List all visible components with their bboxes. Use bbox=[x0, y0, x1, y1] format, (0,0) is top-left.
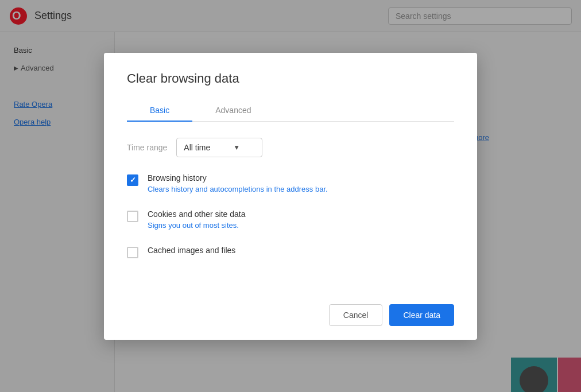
browsing-history-text: Browsing history Clears history and auto… bbox=[148, 173, 328, 193]
settings-background: O Settings Search settings Basic ▶ Advan… bbox=[0, 0, 581, 392]
clear-data-button[interactable]: Clear data bbox=[389, 304, 454, 326]
checkmark-icon: ✓ bbox=[130, 176, 136, 184]
cached-text: Cached images and files bbox=[148, 246, 235, 257]
time-range-select[interactable]: All time ▼ bbox=[176, 138, 262, 157]
browsing-history-title: Browsing history bbox=[148, 173, 328, 183]
checkbox-item-browsing-history: ✓ Browsing history Clears history and au… bbox=[127, 173, 454, 193]
time-range-row: Time range All time ▼ bbox=[127, 138, 454, 157]
tab-advanced[interactable]: Advanced bbox=[192, 100, 274, 122]
browsing-history-desc: Clears history and autocompletions in th… bbox=[148, 185, 328, 193]
dialog-title: Clear browsing data bbox=[127, 71, 454, 86]
modal-overlay: Clear browsing data Basic Advanced Time … bbox=[0, 0, 581, 392]
checkbox-item-cached: Cached images and files bbox=[127, 246, 454, 258]
tab-basic[interactable]: Basic bbox=[127, 100, 192, 122]
checkbox-cached[interactable] bbox=[127, 247, 138, 258]
clear-browsing-data-dialog: Clear browsing data Basic Advanced Time … bbox=[104, 53, 477, 340]
time-range-value: All time bbox=[184, 143, 210, 152]
cookies-title: Cookies and other site data bbox=[148, 209, 245, 219]
cached-title: Cached images and files bbox=[148, 246, 235, 255]
dropdown-arrow-icon: ▼ bbox=[233, 143, 240, 152]
cancel-button[interactable]: Cancel bbox=[329, 304, 383, 326]
dialog-tabs: Basic Advanced bbox=[127, 100, 454, 122]
cookies-text: Cookies and other site data Signs you ou… bbox=[148, 209, 245, 230]
checkbox-browsing-history[interactable]: ✓ bbox=[127, 174, 138, 186]
time-range-label: Time range bbox=[127, 143, 167, 152]
dialog-footer: Cancel Clear data bbox=[127, 290, 454, 326]
checkbox-item-cookies: Cookies and other site data Signs you ou… bbox=[127, 209, 454, 230]
checkbox-cookies[interactable] bbox=[127, 211, 138, 222]
cookies-desc: Signs you out of most sites. bbox=[148, 221, 245, 230]
